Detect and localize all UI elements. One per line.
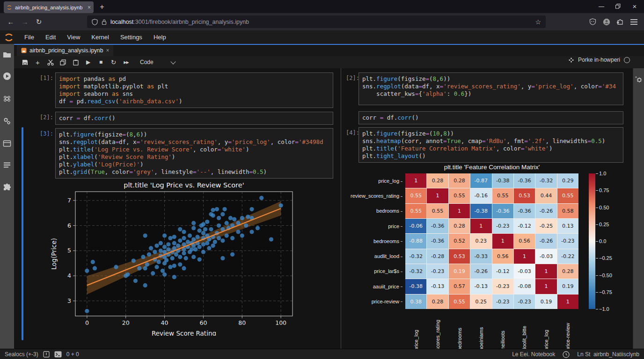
- browser-tab-close-icon[interactable]: ×: [88, 4, 91, 11]
- code-cell[interactable]: corr = df.corr(): [55, 112, 333, 125]
- heatmap-cell: 0.55: [405, 188, 426, 203]
- cut-cells-button[interactable]: [44, 59, 57, 65]
- heatmap-cell: -0.23: [557, 234, 578, 248]
- window-panel-icon[interactable]: [3, 139, 11, 148]
- notebook-mode-label[interactable]: Le Eei. Notebook: [512, 351, 555, 358]
- url-field[interactable]: localhost:3001/firebook/airbnb_pricing_a…: [87, 15, 546, 28]
- menu-item-view[interactable]: View: [61, 34, 86, 41]
- heatmap-col-label: doolit_bitte: [521, 311, 527, 351]
- heatmap-output: plt.title 'Feature Correlation Matrix' 1…: [342, 163, 644, 350]
- code-cell[interactable]: plt.figure(figsize=(10,8))sns.heatmap(co…: [359, 127, 623, 163]
- notebook-tab-close-icon[interactable]: ×: [106, 47, 109, 54]
- bell-indicator-icon[interactable]: [43, 351, 50, 358]
- jupyter-menubar: FileEditViewKernelSettingsHelp: [0, 30, 644, 44]
- heatmap-row-label: audlit_lood: [342, 249, 402, 264]
- property-inspector-gear-icon[interactable]: [635, 76, 643, 83]
- heatmap-cell: -0.87: [470, 173, 491, 188]
- menu-item-edit[interactable]: Edit: [40, 34, 61, 41]
- menu-item-file[interactable]: File: [19, 34, 40, 41]
- heatmap-cell: 1: [514, 249, 535, 264]
- url-path: :3001/firebook/airbnb_pricing_analysis.i…: [133, 19, 249, 25]
- heatmap-cell: 0.28: [449, 219, 470, 233]
- colorbar-tick-mark: [596, 292, 598, 293]
- heatmap-cell: -0.13: [427, 279, 448, 294]
- notebook-tab[interactable]: airbnb_pricing_analysis.ipynb ×: [17, 45, 113, 56]
- window-close-button[interactable]: ×: [625, 0, 644, 13]
- tracking-badge-icon[interactable]: [589, 18, 596, 25]
- add-cell-button[interactable]: +: [31, 58, 44, 66]
- heatmap-cell: -0.23: [492, 294, 513, 309]
- extensions-icon[interactable]: [617, 18, 624, 25]
- restart-kernel-button[interactable]: ↻: [107, 58, 120, 66]
- colorbar-tick-mark: [596, 224, 598, 225]
- terminal-indicator-icon[interactable]: [54, 351, 62, 358]
- menu-item-kernel[interactable]: Kernel: [86, 34, 115, 41]
- heatmap-cell: -0.32: [405, 264, 426, 279]
- forward-button[interactable]: →: [18, 18, 32, 26]
- scatter-plot-output: 02040608010034567plt.title 'Log Price vs…: [50, 180, 298, 336]
- reload-button[interactable]: ↻: [32, 18, 46, 26]
- code-cell[interactable]: import pandas as pdimport matplotlib.pyp…: [55, 72, 333, 108]
- window-restore-button[interactable]: [608, 0, 627, 13]
- kernel-usage-counts[interactable]: 0 + 0: [66, 351, 79, 358]
- kernel-status-circle-icon: [624, 57, 630, 63]
- heatmap-col-label: ineilioots: [499, 311, 506, 351]
- scatter-plot-svg: 02040608010034567plt.title 'Log Price vs…: [50, 180, 298, 336]
- heatmap-cell: -0.23: [514, 294, 535, 309]
- svg-text:3: 3: [67, 297, 71, 304]
- running-kernels-icon[interactable]: [3, 72, 11, 80]
- scissors-icon: [47, 59, 54, 65]
- cell-type-select[interactable]: Code: [140, 59, 154, 65]
- panel-divider[interactable]: [341, 68, 341, 349]
- heatmap-col-label: aoeiniams: [478, 311, 484, 351]
- kernel-name: Porke in-howperi: [578, 57, 620, 63]
- account-icon[interactable]: [603, 18, 610, 26]
- extension-manager-icon[interactable]: [3, 183, 11, 192]
- colorbar-tick-label: 1.0: [599, 170, 606, 177]
- window-minimize-button[interactable]: —: [592, 0, 611, 13]
- heatmap-cell: -0.38: [405, 279, 426, 294]
- heatmap-cell: -0.16: [470, 188, 491, 203]
- shield-icon: [92, 19, 98, 25]
- kernel-indicator[interactable]: Porke in-howperi: [568, 57, 630, 63]
- notebook-toolbar: + ▶ ■ ↻ ▶▶ Code: [14, 56, 644, 69]
- settings-gears-icon[interactable]: [3, 117, 11, 125]
- table-of-contents-icon[interactable]: [3, 161, 11, 169]
- file-browser-icon[interactable]: [3, 50, 11, 59]
- cell-prompt: [1]:: [37, 75, 53, 81]
- interrupt-kernel-button[interactable]: ■: [95, 59, 107, 65]
- bookmark-star-icon[interactable]: ☆: [535, 18, 541, 26]
- code-cell[interactable]: plt.figure(figsize=(8,6))sns.regplot(dat…: [359, 72, 623, 105]
- browser-tab[interactable]: airbnb_pricing_analysis.ipynb ×: [4, 1, 94, 13]
- heatmap-row-label: price_lar$s: [342, 264, 402, 279]
- back-button[interactable]: ←: [4, 18, 18, 26]
- run-cell-button[interactable]: ▶: [82, 59, 95, 65]
- copy-cells-button[interactable]: [57, 59, 69, 65]
- paste-cells-button[interactable]: [69, 59, 82, 65]
- heatmap-col-label: price-review: [564, 311, 571, 351]
- cursor-position-label[interactable]: Ln St airbnb_Natiisclynb: [577, 351, 639, 358]
- new-tab-button[interactable]: +: [96, 2, 108, 12]
- colorbar-tick-label: 0.0: [599, 238, 606, 244]
- heatmap-cell: -0.33: [470, 249, 491, 264]
- heatmap-row-label: bedroeoms: [342, 234, 402, 249]
- clock-icon[interactable]: [563, 351, 570, 358]
- restart-run-all-button[interactable]: ▶▶: [120, 60, 132, 65]
- heatmap-col-label: price_log: [413, 311, 419, 351]
- status-left-label[interactable]: Sealocs (+-3): [5, 351, 38, 358]
- heatmap-cell: 0.55: [492, 188, 513, 203]
- code-cell[interactable]: corr = df.corr(): [359, 111, 623, 124]
- active-cell-indicator[interactable]: [22, 127, 23, 340]
- heatmap-cell: 0.38: [405, 294, 426, 309]
- heatmap-grid: 10.280.28-0.87-0.38-0.36-0.320.290.5510.…: [405, 173, 578, 309]
- heatmap-cell: -0.23: [427, 264, 448, 279]
- menu-hamburger-icon[interactable]: [630, 18, 637, 26]
- svg-text:plt.title 'Log Price vs. Revie: plt.title 'Log Price vs. Review Score': [124, 181, 244, 189]
- ai-assistant-icon[interactable]: [3, 94, 11, 103]
- menu-item-settings[interactable]: Settings: [115, 34, 148, 41]
- menu-item-help[interactable]: Help: [148, 34, 172, 41]
- code-cell[interactable]: plt.figure(figsize=(8,6))sns.regplot(dat…: [55, 128, 333, 179]
- save-icon: [22, 59, 28, 65]
- save-button[interactable]: [19, 59, 31, 65]
- colorbar-tick-mark: [596, 309, 598, 309]
